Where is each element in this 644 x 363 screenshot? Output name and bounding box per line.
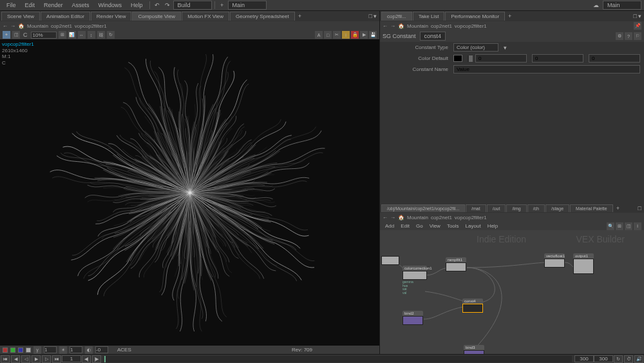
search-icon[interactable]: 🔍 bbox=[607, 222, 614, 230]
info-icon[interactable]: i bbox=[634, 222, 641, 230]
color-r-input[interactable] bbox=[475, 54, 527, 63]
alpha-icon[interactable]: A bbox=[315, 31, 323, 39]
key-prev-icon[interactable]: ◀| bbox=[82, 355, 91, 363]
cloud-icon[interactable]: ☁ bbox=[591, 1, 600, 10]
path-tab-ch[interactable]: /ch bbox=[527, 204, 545, 212]
timeline-track[interactable] bbox=[104, 356, 572, 362]
bc-copnet[interactable]: cop2net1 bbox=[431, 215, 452, 221]
layout-icon[interactable]: ◫ bbox=[625, 222, 632, 230]
add-tab-icon[interactable]: + bbox=[506, 13, 514, 19]
end-frame[interactable]: 300 bbox=[594, 355, 613, 362]
bc-obj[interactable]: 🏠 bbox=[18, 23, 24, 29]
add-tab-icon[interactable]: + bbox=[296, 13, 304, 19]
display-icon[interactable]: □ bbox=[324, 31, 332, 39]
swatch-blue[interactable] bbox=[18, 348, 23, 353]
gamma-icon[interactable]: γ bbox=[33, 346, 41, 354]
node-menu-tools[interactable]: Tools bbox=[444, 222, 462, 230]
flip-h-icon[interactable]: ↔ bbox=[78, 31, 86, 39]
swatch-red[interactable] bbox=[3, 348, 8, 353]
back-icon[interactable]: ← bbox=[3, 23, 8, 29]
flag-icon[interactable]: ⚐ bbox=[634, 32, 641, 40]
node-menu-layout[interactable]: Layout bbox=[463, 222, 484, 230]
bc-mountain[interactable]: Mountain bbox=[407, 215, 428, 221]
color-g-input[interactable] bbox=[532, 54, 583, 63]
node-bind1[interactable]: bind2 bbox=[402, 311, 423, 325]
aces-icon[interactable]: ◐ bbox=[85, 346, 93, 354]
path-tab-stage[interactable]: /stage bbox=[545, 204, 569, 212]
fullscreen-icon[interactable]: □ bbox=[369, 13, 372, 19]
node-const[interactable]: const4 bbox=[462, 299, 483, 313]
node-name-field[interactable]: const4 bbox=[420, 32, 446, 41]
pin-icon[interactable]: 📌 bbox=[634, 22, 641, 30]
bc-copnet[interactable]: cop2net1 bbox=[431, 23, 452, 29]
composite-viewport[interactable]: vopcop2filter1 2610x1460 M:1 C bbox=[0, 39, 379, 346]
bc-vopcop[interactable]: vopcop2filter1 bbox=[455, 23, 487, 29]
scene-dropdown[interactable]: Main bbox=[228, 1, 267, 10]
info-icon[interactable]: i bbox=[342, 31, 350, 39]
swatch-alpha[interactable] bbox=[26, 348, 31, 353]
lock-icon[interactable]: 🔒 bbox=[351, 31, 359, 39]
node-menu-edit[interactable]: Edit bbox=[398, 222, 412, 230]
flip-v-icon[interactable]: ↕ bbox=[88, 31, 95, 39]
tab-composite-view[interactable]: Composite View bbox=[132, 12, 181, 21]
tab-take-list[interactable]: Take List bbox=[413, 12, 445, 21]
dropdown-icon[interactable]: ▾ bbox=[504, 44, 507, 51]
zoom-input[interactable] bbox=[31, 32, 57, 39]
crop-icon[interactable]: ✂ bbox=[333, 31, 341, 39]
forward-icon[interactable]: → bbox=[10, 23, 15, 29]
menu-file[interactable]: File bbox=[3, 1, 20, 10]
menu-icon[interactable]: ▾ bbox=[638, 13, 641, 19]
key-next-icon[interactable]: |▶ bbox=[92, 355, 101, 363]
color-b-input[interactable] bbox=[589, 54, 640, 63]
tab-motion-fx[interactable]: Motion FX View bbox=[182, 12, 229, 21]
histogram-icon[interactable]: 📊 bbox=[68, 31, 76, 39]
path-tab-mat[interactable]: /mat bbox=[466, 204, 486, 212]
goto-start-icon[interactable]: ⏮ bbox=[1, 355, 10, 363]
menu-icon[interactable]: ▾ bbox=[374, 13, 377, 19]
colorspace-label[interactable]: ACES bbox=[117, 347, 131, 353]
forward-icon[interactable]: → bbox=[390, 215, 395, 221]
bc-vopcop[interactable]: vopcop2filter1 bbox=[75, 23, 107, 29]
node-canvas[interactable]: Indie Edition VEX Builder colorcorrectio… bbox=[380, 230, 644, 354]
help-icon[interactable]: ? bbox=[625, 32, 632, 40]
black-input[interactable] bbox=[95, 346, 108, 353]
node-colorcorrect[interactable]: colorcorrection1 gammahuesatval bbox=[402, 266, 427, 295]
tab-perfmon[interactable]: Performance Monitor bbox=[445, 12, 505, 21]
node-bind2[interactable]: bind3 bbox=[464, 345, 484, 354]
bc-vopcop[interactable]: vopcop2filter1 bbox=[455, 215, 487, 221]
step-back-icon[interactable]: ◀ bbox=[11, 355, 20, 363]
fullscreen-icon[interactable]: □ bbox=[638, 205, 641, 211]
menu-render[interactable]: Render bbox=[40, 1, 67, 10]
fullscreen-icon[interactable]: □ bbox=[634, 13, 637, 19]
tab-render-view[interactable]: Render View bbox=[91, 12, 132, 21]
node-ramp[interactable]: rampfilt1 bbox=[446, 257, 466, 271]
name-input[interactable] bbox=[453, 65, 640, 74]
node-output[interactable]: output1 bbox=[573, 253, 594, 274]
path-tab-img[interactable]: /img bbox=[506, 204, 526, 212]
path-tab-out[interactable]: /out bbox=[487, 204, 506, 212]
node-menu-view[interactable]: View bbox=[427, 222, 443, 230]
gear-icon[interactable]: ⚙ bbox=[616, 32, 623, 40]
play-back-icon[interactable]: ◁ bbox=[21, 355, 30, 363]
tab-params[interactable]: cop2fil... bbox=[381, 12, 412, 21]
loop-icon[interactable]: ↻ bbox=[614, 355, 623, 363]
view-icon[interactable]: ◫ bbox=[12, 31, 20, 39]
tab-anim-editor[interactable]: Animation Editor bbox=[41, 12, 90, 21]
save-icon[interactable]: 💾 bbox=[369, 31, 377, 39]
menu-help[interactable]: Help bbox=[127, 1, 147, 10]
gamma-input[interactable] bbox=[44, 346, 57, 353]
menu-windows[interactable]: Windows bbox=[95, 1, 126, 10]
path-tab-current[interactable]: /obj/Mountain/cop2net1/vopcop2fil... bbox=[381, 204, 465, 212]
exp-input[interactable] bbox=[70, 346, 82, 353]
pick-icon[interactable]: ✦ bbox=[3, 31, 10, 39]
node-menu-add[interactable]: Add bbox=[383, 222, 397, 230]
menu-edit[interactable]: Edit bbox=[21, 1, 39, 10]
node-menu-go[interactable]: Go bbox=[413, 222, 426, 230]
link-icon[interactable]: ⛓ bbox=[97, 31, 105, 39]
node-global[interactable] bbox=[381, 256, 399, 265]
bc-obj[interactable]: 🏠 bbox=[398, 215, 404, 221]
node-menu-help[interactable]: Help bbox=[485, 222, 500, 230]
bc-mountain[interactable]: Mountain bbox=[27, 23, 48, 29]
back-icon[interactable]: ← bbox=[383, 215, 388, 221]
back-icon[interactable]: ← bbox=[383, 23, 388, 29]
